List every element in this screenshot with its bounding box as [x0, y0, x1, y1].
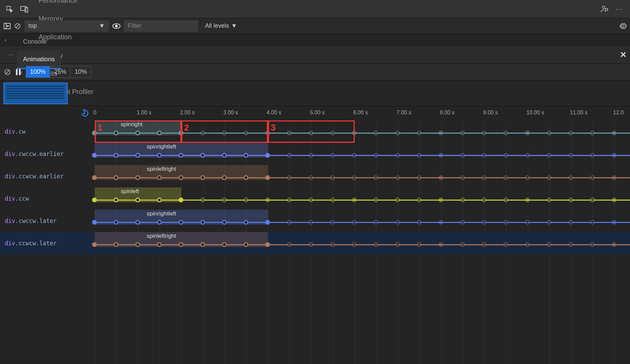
- keyframe-dot[interactable]: [200, 242, 205, 247]
- keyframe-dot[interactable]: [135, 198, 140, 202]
- anim-track[interactable]: spinright: [95, 120, 630, 143]
- anim-track[interactable]: spinrightleft: [95, 210, 630, 232]
- keyframe-dot-repeat: [503, 198, 508, 202]
- animation-group-thumb[interactable]: [3, 83, 68, 104]
- keyframe-dot[interactable]: [114, 175, 118, 180]
- keyframe-dot[interactable]: [135, 131, 140, 135]
- keyframe-dot[interactable]: [92, 220, 97, 225]
- keyframe-dot-repeat: [417, 198, 422, 202]
- keyframe-dot[interactable]: [114, 242, 118, 247]
- more-icon[interactable]: ⋯: [612, 2, 626, 16]
- drawer-more-icon[interactable]: ⋯: [3, 51, 17, 59]
- anim-row-cwccw-earlier[interactable]: div.cwccw.earlierspinrightleft: [0, 143, 630, 165]
- inspect-icon[interactable]: [3, 2, 16, 16]
- keyframe-dot[interactable]: [200, 220, 205, 225]
- iteration-marker: [612, 198, 616, 202]
- levels-label: All levels: [205, 22, 229, 29]
- context-select[interactable]: top ▼: [24, 20, 109, 32]
- annotation-number: 3: [271, 122, 275, 133]
- keyframe-dot-repeat: [244, 198, 248, 202]
- speed-100pct[interactable]: 100%: [26, 66, 50, 77]
- keyframe-dot[interactable]: [92, 131, 97, 135]
- keyframe-dot[interactable]: [179, 242, 183, 247]
- keyframe-dot[interactable]: [135, 220, 140, 225]
- clear-animations-icon[interactable]: [4, 69, 11, 75]
- keyframe-dot-repeat: [309, 220, 313, 225]
- iteration-marker: [438, 131, 443, 135]
- live-expression-icon[interactable]: [112, 20, 120, 32]
- keyframe-dot[interactable]: [222, 175, 227, 180]
- keyframe-dot-repeat: [525, 153, 530, 158]
- keyframe-dot[interactable]: [157, 242, 162, 247]
- replay-icon[interactable]: [81, 109, 89, 118]
- keyframe-dot-repeat: [547, 153, 552, 158]
- keyframe-dot-repeat: [395, 242, 400, 247]
- keyframe-dot[interactable]: [157, 220, 162, 225]
- tab-performance[interactable]: Performance: [32, 0, 99, 9]
- timeline-ruler[interactable]: 01.00 s2.00 s3.00 s4.00 s5.00 s6.00 s7.0…: [95, 106, 630, 120]
- log-levels-dropdown[interactable]: All levels ▼: [202, 20, 241, 32]
- keyframe-dot[interactable]: [222, 153, 227, 158]
- keyframe-dot[interactable]: [244, 220, 248, 225]
- keyframe-dot[interactable]: [157, 131, 162, 135]
- feedback-icon[interactable]: [598, 2, 611, 16]
- keyframe-dot[interactable]: [92, 175, 97, 180]
- keyframe-dot[interactable]: [92, 198, 97, 202]
- anim-track[interactable]: spinleftright: [95, 165, 630, 187]
- keyframe-dot-repeat: [503, 220, 508, 225]
- keyframe-dot[interactable]: [244, 153, 248, 158]
- keyframe-dot-repeat: [503, 242, 508, 247]
- console-settings-icon[interactable]: [619, 22, 627, 30]
- anim-row-cw[interactable]: div.cwspinright: [0, 120, 630, 143]
- keyframe-dot[interactable]: [92, 242, 97, 247]
- filter-input[interactable]: Filter: [124, 20, 198, 32]
- keyframe-dot[interactable]: [114, 220, 118, 225]
- ruler-tick: 9.00 s: [483, 110, 498, 116]
- keyframe-dot[interactable]: [222, 220, 227, 225]
- keyframe-dot[interactable]: [114, 198, 118, 202]
- device-toggle-icon[interactable]: [18, 2, 31, 16]
- ruler-tick: 8.00 s: [440, 110, 455, 116]
- keyframe-dot[interactable]: [222, 242, 227, 247]
- keyframe-dot[interactable]: [157, 175, 162, 180]
- keyframe-dot[interactable]: [157, 198, 162, 202]
- keyframe-dot[interactable]: [92, 153, 97, 158]
- anim-track[interactable]: spinrightleft: [95, 143, 630, 165]
- anim-row-cwccw-later[interactable]: div.cwccw.laterspinrightleft: [0, 210, 630, 232]
- keyframe-dot[interactable]: [135, 153, 140, 158]
- pause-icon[interactable]: [16, 69, 21, 75]
- keyframe-dot[interactable]: [157, 153, 162, 158]
- keyframe-dot[interactable]: [200, 153, 205, 158]
- keyframe-dot[interactable]: [135, 242, 140, 247]
- drawer-tab-console[interactable]: Console: [17, 33, 61, 50]
- anim-track[interactable]: spinleftright: [95, 232, 630, 254]
- anim-track[interactable]: spinleft: [95, 187, 630, 210]
- keyframe-dot[interactable]: [179, 220, 183, 225]
- keyframe-dot-repeat: [590, 131, 595, 135]
- keyframe-dot[interactable]: [179, 153, 183, 158]
- toggle-sidebar-icon[interactable]: [3, 20, 11, 32]
- clear-console-icon[interactable]: [14, 20, 21, 32]
- keyframe-dot[interactable]: [200, 175, 205, 180]
- keyframe-dot[interactable]: [114, 153, 118, 158]
- keyframe-dot-repeat: [568, 242, 573, 247]
- anim-row-label: div.cwccw.earlier: [0, 143, 95, 165]
- keyframe-dot-repeat: [222, 131, 227, 135]
- keyframe-dot[interactable]: [244, 175, 248, 180]
- keyframe-dot[interactable]: [135, 175, 140, 180]
- anim-row-ccwcw-later[interactable]: div.ccwcw.laterspinleftright: [0, 232, 630, 254]
- ruler-tick: 0: [93, 110, 96, 116]
- chevron-down-icon: ▼: [99, 22, 105, 29]
- keyframe-dot[interactable]: [179, 175, 183, 180]
- speed-10pct[interactable]: 10%: [71, 66, 91, 77]
- keyframe-dot-repeat: [482, 242, 487, 247]
- iteration-marker: [265, 220, 270, 225]
- drawer-close-icon[interactable]: ✕: [620, 50, 627, 60]
- keyframe-dot-repeat: [525, 175, 530, 180]
- keyframe-dot[interactable]: [244, 242, 248, 247]
- keyframe-dot-repeat: [482, 175, 487, 180]
- speed-25pct[interactable]: 25%: [50, 66, 71, 77]
- keyframe-dot[interactable]: [114, 131, 118, 135]
- anim-row-ccwcw-earlier[interactable]: div.ccwcw.earlierspinleftright: [0, 165, 630, 187]
- anim-row-ccw[interactable]: div.ccwspinleft: [0, 187, 630, 210]
